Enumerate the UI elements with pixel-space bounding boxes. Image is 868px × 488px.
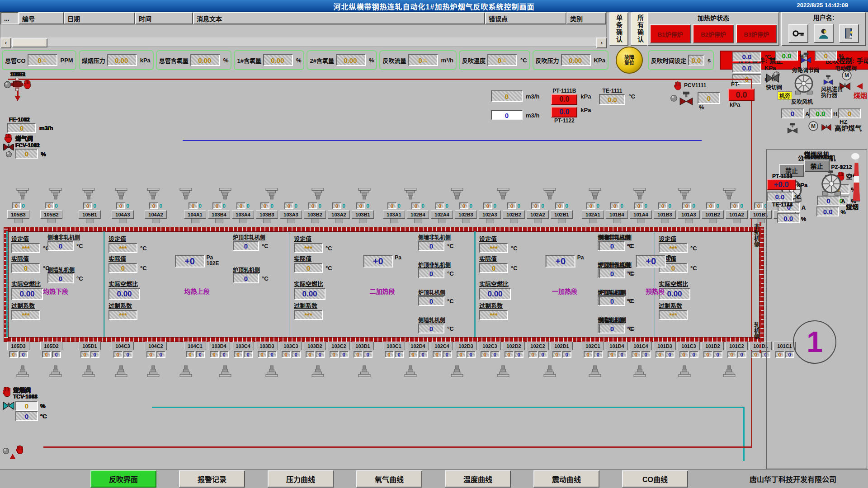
- burner-tag[interactable]: 103A4: [232, 210, 254, 219]
- user-button[interactable]: [814, 24, 834, 43]
- burner-tag[interactable]: 104C2: [145, 342, 167, 350]
- zone-setpoint[interactable]: ***: [479, 243, 508, 253]
- bfg-valve-icon[interactable]: [787, 123, 798, 135]
- hand-manual-icon[interactable]: [3, 387, 12, 397]
- burner-tag[interactable]: 101D4: [606, 342, 628, 350]
- nav-temperature-curve[interactable]: 温度曲线: [445, 470, 511, 488]
- burner-tag[interactable]: 103D4: [208, 342, 230, 350]
- zone-setpoint[interactable]: ***: [108, 243, 137, 253]
- burner-tag[interactable]: 104A3: [112, 210, 134, 219]
- pcv-valve-icon[interactable]: [679, 91, 694, 107]
- ack-single-button[interactable]: 单条确认: [609, 12, 628, 46]
- bypass-valve-icon[interactable]: [800, 52, 812, 64]
- burner-tag[interactable]: 101C4: [630, 342, 652, 350]
- burner-tag[interactable]: 103A2: [328, 210, 350, 219]
- fault-reset-button[interactable]: 故障复位: [616, 47, 643, 74]
- furnace-b2-button[interactable]: B2炉停炉: [693, 24, 734, 43]
- zone-setpoint[interactable]: ***: [11, 243, 40, 253]
- fan-icon[interactable]: [819, 173, 844, 196]
- burner-tag[interactable]: 103A1: [383, 210, 405, 219]
- burner-tag[interactable]: 104A1: [184, 210, 206, 219]
- alarm-col-category[interactable]: 类别: [566, 12, 606, 24]
- login-button[interactable]: [788, 24, 808, 43]
- furnace-b1-button[interactable]: B1炉停炉: [650, 24, 691, 43]
- burner-tag[interactable]: 103C3: [280, 342, 302, 350]
- alarm-col-id[interactable]: 编号: [19, 12, 64, 24]
- backblow-fan-icon[interactable]: [792, 73, 816, 95]
- burner-tag[interactable]: 101B2: [702, 210, 724, 219]
- nav-backblow-screen[interactable]: 反吹界面: [90, 470, 156, 488]
- burner-tag[interactable]: 102D3: [455, 342, 477, 350]
- nav-alarm-log[interactable]: 报警记录: [179, 470, 245, 488]
- burner-tag[interactable]: 103C1: [383, 342, 405, 350]
- quick-cut-valve-icon[interactable]: [766, 73, 779, 83]
- burner-tag[interactable]: 102B4: [407, 210, 429, 219]
- hand-manual-icon[interactable]: [16, 446, 24, 454]
- alarm-menu-button[interactable]: ...: [0, 12, 19, 24]
- bypass-setpoint[interactable]: 0: [815, 51, 837, 61]
- burner-tag[interactable]: 103B4: [208, 210, 230, 219]
- burner-tag[interactable]: 101B3: [654, 210, 676, 219]
- alarm-col-date[interactable]: 日期: [64, 12, 135, 24]
- burner-tag[interactable]: 103D3: [256, 342, 278, 350]
- burner-tag[interactable]: 101A3: [678, 210, 700, 219]
- nav-co-curve[interactable]: CO曲线: [622, 470, 688, 488]
- burner-tag[interactable]: 102A2: [527, 210, 549, 219]
- backblow-time-input[interactable]: 0.0: [688, 55, 704, 66]
- burner-tag[interactable]: 102B2: [503, 210, 525, 219]
- ack-all-button[interactable]: 所有确认: [631, 12, 650, 46]
- shutoff-valve-icon[interactable]: [11, 78, 23, 91]
- burner-tag[interactable]: 102C3: [479, 342, 501, 350]
- hand-manual-icon[interactable]: [674, 81, 682, 90]
- burner-tag[interactable]: 102C1: [582, 342, 604, 350]
- burner-tag[interactable]: 103D1: [352, 342, 374, 350]
- burner-tag[interactable]: 101A4: [630, 210, 652, 219]
- zone-setpoint[interactable]: ***: [659, 243, 688, 253]
- alarm-col-time[interactable]: 时间: [135, 12, 193, 24]
- burner-tag[interactable]: 103D2: [304, 342, 326, 350]
- alarm-col-errorpoint[interactable]: 错误点: [485, 12, 566, 24]
- bfg-butterfly-icon[interactable]: [821, 124, 832, 131]
- logout-button[interactable]: [839, 24, 859, 43]
- burner-tag[interactable]: 102A4: [431, 210, 453, 219]
- alarm-col-message[interactable]: 消息文本: [193, 12, 485, 24]
- burner-tag[interactable]: 104C1: [184, 342, 206, 350]
- burner-tag[interactable]: 103B3: [256, 210, 278, 219]
- burner-tag[interactable]: 105D2: [40, 342, 62, 350]
- burner-tag[interactable]: 105D3: [7, 342, 29, 350]
- burner-tag[interactable]: 101D2: [702, 342, 724, 350]
- burner-tag[interactable]: 101B4: [606, 210, 628, 219]
- burner-tag[interactable]: 105D1: [79, 342, 101, 350]
- scroll-left-arrow-icon[interactable]: ‹: [0, 38, 11, 48]
- nav-pressure-curve[interactable]: 压力曲线: [268, 470, 334, 488]
- nav-oxygen-curve[interactable]: 氧气曲线: [356, 470, 422, 488]
- tcv-valve-icon[interactable]: [3, 402, 14, 410]
- burner-tag[interactable]: 102B3: [455, 210, 477, 219]
- fan-disable-button[interactable]: 禁止: [804, 160, 830, 172]
- nav-vibration-curve[interactable]: 震动曲线: [533, 470, 599, 488]
- burner-tag[interactable]: 102C4: [431, 342, 453, 350]
- hand-manual-icon[interactable]: [5, 134, 13, 143]
- burner-tag[interactable]: 104C3: [112, 342, 134, 350]
- burner-tag[interactable]: 101A2: [726, 210, 748, 219]
- burner-tag[interactable]: 102D4: [407, 342, 429, 350]
- hand-manual-icon[interactable]: [24, 80, 32, 89]
- burner-tag[interactable]: 101C3: [678, 342, 700, 350]
- burner-tag[interactable]: 103C2: [328, 342, 350, 350]
- burner-tag[interactable]: 102D2: [503, 342, 525, 350]
- scrollbar-thumb[interactable]: [12, 38, 47, 47]
- alarm-scrollbar[interactable]: ‹ ›: [0, 38, 607, 47]
- burner-tag[interactable]: 105B2: [40, 210, 62, 219]
- burner-tag[interactable]: 105B1: [79, 210, 101, 219]
- burner-tag[interactable]: 105B3: [7, 210, 29, 219]
- burner-tag[interactable]: 104A2: [145, 210, 167, 219]
- fan-hz-setpoint[interactable]: 0: [838, 108, 861, 118]
- fan-inlet-actuator-icon[interactable]: [823, 75, 834, 86]
- burner-tag[interactable]: 103B1: [352, 210, 374, 219]
- control-valve-icon[interactable]: [3, 143, 14, 151]
- burner-tag[interactable]: 103C4: [232, 342, 254, 350]
- zone-setpoint[interactable]: ***: [294, 243, 323, 253]
- burner-tag[interactable]: 102A3: [479, 210, 501, 219]
- burner-tag[interactable]: 102C2: [527, 342, 549, 350]
- burner-tag[interactable]: 101D3: [654, 342, 676, 350]
